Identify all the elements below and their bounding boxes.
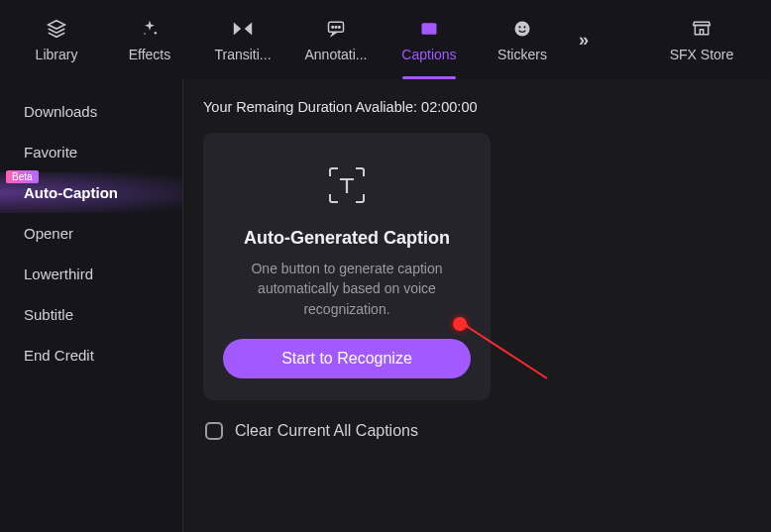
sidebar-item-favorite[interactable]: Favorite xyxy=(0,132,182,172)
sidebar-item-label: End Credit xyxy=(24,347,94,364)
sidebar-item-label: Favorite xyxy=(24,144,77,160)
sidebar-item-label: Auto-Caption xyxy=(24,184,118,201)
sfx-store-button[interactable]: SFX Store xyxy=(642,0,761,79)
clear-captions-checkbox[interactable] xyxy=(205,422,223,440)
sidebar-item-label: Downloads xyxy=(24,103,97,120)
tab-effects[interactable]: Effects xyxy=(103,0,196,79)
clear-captions-row: Clear Current All Captions xyxy=(205,422,751,440)
sidebar-item-subtitle[interactable]: Subtitle xyxy=(0,294,182,335)
tab-annotations[interactable]: Annotati... xyxy=(289,0,383,79)
stack-icon xyxy=(46,17,67,41)
smiley-icon xyxy=(512,17,532,41)
tab-label: Annotati... xyxy=(304,47,367,62)
sparkle-icon xyxy=(140,17,160,41)
card-title: Auto-Generated Caption xyxy=(244,228,450,249)
sidebar-item-auto-caption[interactable]: Beta Auto-Caption xyxy=(0,172,182,213)
sidebar-item-lowerthird[interactable]: Lowerthird xyxy=(0,254,182,294)
duration-value: 02:00:00 xyxy=(421,99,477,115)
sidebar-item-label: Opener xyxy=(24,225,73,242)
auto-caption-card: Auto-Generated Caption One button to gen… xyxy=(203,133,491,400)
tab-label: Stickers xyxy=(497,47,547,62)
duration-label: Your Remaing Duration Avaliable: xyxy=(203,99,421,115)
remaining-duration: Your Remaing Duration Avaliable: 02:00:0… xyxy=(203,99,751,115)
sidebar-item-downloads[interactable]: Downloads xyxy=(0,91,182,132)
sidebar: Downloads Favorite Beta Auto-Caption Ope… xyxy=(0,79,183,532)
caption-crop-icon xyxy=(326,164,368,206)
tab-label: Transiti... xyxy=(214,47,271,62)
beta-badge: Beta xyxy=(6,170,39,183)
tab-label: Captions xyxy=(401,47,456,62)
clear-captions-label: Clear Current All Captions xyxy=(235,422,418,440)
tab-label: Effects xyxy=(129,47,171,62)
top-tab-bar: Library Effects Transiti... Annotati... … xyxy=(0,0,771,79)
store-icon xyxy=(692,18,712,41)
sidebar-item-opener[interactable]: Opener xyxy=(0,213,182,254)
svg-point-9 xyxy=(518,26,520,28)
main-area: Downloads Favorite Beta Auto-Caption Ope… xyxy=(0,79,771,532)
svg-point-5 xyxy=(339,27,341,29)
svg-point-8 xyxy=(515,22,530,37)
sfx-label: SFX Store xyxy=(670,47,734,62)
tab-stickers[interactable]: Stickers xyxy=(476,0,569,79)
svg-point-3 xyxy=(332,27,334,29)
svg-text:T: T xyxy=(426,25,432,35)
svg-point-0 xyxy=(155,32,158,35)
tab-label: Library xyxy=(36,47,78,62)
tab-library[interactable]: Library xyxy=(10,0,103,79)
caption-text-icon: T xyxy=(419,17,439,41)
transition-icon xyxy=(232,17,254,41)
card-description: One button to generate caption automatic… xyxy=(221,259,473,319)
sidebar-item-label: Lowerthird xyxy=(24,266,93,282)
svg-point-1 xyxy=(144,33,146,35)
sidebar-item-label: Subtitle xyxy=(24,306,73,323)
svg-point-4 xyxy=(335,27,337,29)
content-pane: Your Remaing Duration Avaliable: 02:00:0… xyxy=(183,79,771,532)
tab-transitions[interactable]: Transiti... xyxy=(196,0,289,79)
sidebar-item-end-credit[interactable]: End Credit xyxy=(0,335,182,375)
tab-captions[interactable]: T Captions xyxy=(383,0,476,79)
overflow-button[interactable]: » xyxy=(569,30,599,51)
speech-bubble-icon xyxy=(326,17,346,41)
start-recognize-button[interactable]: Start to Recognize xyxy=(223,339,471,378)
svg-point-10 xyxy=(523,26,525,28)
